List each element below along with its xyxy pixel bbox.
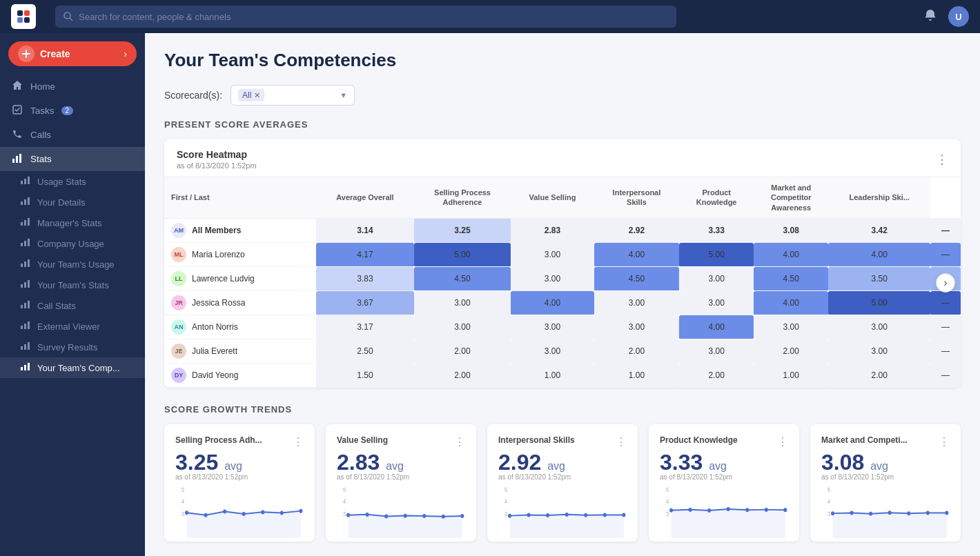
svg-rect-31: [21, 326, 23, 329]
trend-menu-icon[interactable]: ⋮: [616, 435, 627, 448]
notifications-icon[interactable]: [923, 8, 937, 26]
heatmap-title: Score Heatmap: [177, 149, 257, 160]
svg-text:3: 3: [666, 511, 669, 518]
sidebar-sub-team-usage[interactable]: Your Team's Usage: [0, 254, 145, 275]
sidebar-sub-call-stats[interactable]: Call Stats: [0, 295, 145, 316]
heatmap-menu-icon[interactable]: ⋮: [936, 152, 948, 167]
sidebar-sub-company-usage[interactable]: Company Usage: [0, 233, 145, 254]
svg-rect-15: [28, 197, 30, 205]
create-button[interactable]: Create ›: [8, 41, 137, 66]
sidebar-sub-managers-stats[interactable]: Manager's Stats: [0, 212, 145, 233]
sidebar-sub-team-stats[interactable]: Your Team's Stats: [0, 275, 145, 295]
stats-label: Stats: [30, 154, 52, 164]
logo: [11, 4, 36, 29]
sidebar-sub-survey-results[interactable]: Survey Results: [0, 337, 145, 357]
sidebar-item-tasks[interactable]: Tasks 2: [0, 99, 145, 123]
svg-rect-36: [28, 342, 30, 350]
cell-value: 1.00: [754, 364, 828, 388]
usage-stats-label: Usage Stats: [37, 177, 86, 187]
svg-rect-35: [24, 344, 26, 350]
trend-card-title: Market and Competi...: [821, 435, 908, 446]
svg-point-46: [299, 509, 302, 513]
svg-point-70: [669, 508, 673, 513]
svg-point-42: [223, 510, 226, 514]
call-stats-icon: [19, 300, 30, 311]
cell-value: 2.92: [594, 218, 679, 243]
trend-card-header: Value Selling ⋮: [337, 435, 465, 448]
survey-results-label: Survey Results: [37, 342, 97, 353]
cell-value: 1.00: [511, 364, 594, 388]
logo-box: [11, 4, 36, 29]
cell-last: —: [930, 315, 961, 339]
cell-overall: 3.14: [316, 218, 414, 243]
scorecard-filter[interactable]: All ✕ ▼: [231, 85, 355, 106]
sidebar-sub-team-comp[interactable]: Your Team's Comp...: [0, 357, 145, 378]
svg-point-66: [622, 513, 625, 517]
sidebar: Create › Home Tasks 2 Calls Sta: [0, 33, 145, 556]
cell-value: 3.42: [828, 218, 930, 243]
svg-rect-7: [12, 159, 14, 163]
trend-card-header: Market and Competi... ⋮: [821, 435, 950, 448]
trend-card: Market and Competi... ⋮ 3.08 avg as of 8…: [810, 424, 961, 542]
svg-point-85: [926, 511, 930, 515]
search-input[interactable]: [79, 12, 668, 22]
svg-rect-24: [28, 259, 30, 267]
cell-value: 3.00: [679, 291, 754, 315]
svg-rect-0: [17, 10, 23, 16]
cell-value: 4.00: [754, 291, 828, 315]
col-overall-header: Average Overall: [316, 177, 414, 218]
svg-point-43: [242, 512, 246, 516]
external-viewer-icon: [19, 321, 30, 332]
trend-menu-icon[interactable]: ⋮: [293, 435, 304, 448]
trend-menu-icon[interactable]: ⋮: [939, 435, 950, 448]
svg-point-50: [346, 513, 350, 517]
cell-value: 3.00: [594, 291, 679, 315]
heatmap-wrap: First / Last Average Overall Selling Pro…: [164, 177, 961, 388]
svg-point-54: [422, 514, 426, 518]
scroll-right-arrow[interactable]: ›: [936, 273, 955, 292]
sidebar-sub-usage-stats[interactable]: Usage Stats: [0, 171, 145, 192]
svg-point-64: [584, 513, 587, 517]
sidebar-item-calls[interactable]: Calls: [0, 123, 145, 147]
heatmap-card: Score Heatmap as of 8/13/2020 1:52pm ⋮ F…: [164, 139, 961, 388]
svg-point-75: [765, 508, 768, 512]
cell-value: 2.00: [828, 364, 930, 388]
section-trends-header: SCORE GROWTH TRENDS: [164, 404, 961, 415]
trend-avg-wrap: 3.25 avg: [175, 451, 304, 473]
col-interpersonal-header: InterpersonalSkills: [594, 177, 679, 218]
trend-menu-icon[interactable]: ⋮: [777, 435, 788, 448]
trend-date: as of 8/13/2020 1:52pm: [498, 473, 627, 481]
svg-point-56: [460, 514, 464, 518]
trend-menu-icon[interactable]: ⋮: [454, 435, 465, 448]
svg-rect-29: [24, 303, 26, 308]
sidebar-sub-external-viewer[interactable]: External Viewer: [0, 316, 145, 337]
cell-value: 3.50: [828, 267, 930, 291]
cell-value: 4.00: [511, 291, 594, 315]
svg-point-80: [831, 512, 834, 516]
sidebar-item-home[interactable]: Home: [0, 75, 145, 99]
team-usage-label: Your Team's Usage: [37, 259, 115, 270]
svg-rect-34: [21, 346, 23, 350]
svg-rect-21: [28, 239, 30, 246]
svg-rect-38: [24, 365, 26, 370]
svg-rect-28: [21, 305, 23, 308]
cell-value: 3.00: [679, 339, 754, 364]
cell-value: 5.00: [414, 243, 511, 267]
user-avatar[interactable]: U: [948, 6, 969, 27]
cell-overall: 3.67: [316, 291, 414, 315]
trend-date: as of 8/13/2020 1:52pm: [337, 473, 465, 481]
cell-overall: 2.50: [316, 339, 414, 364]
search-bar[interactable]: [55, 6, 676, 28]
filter-tag-remove[interactable]: ✕: [254, 91, 260, 100]
col-selling-process-header: Selling ProcessAdherence: [414, 177, 511, 218]
sidebar-item-stats[interactable]: Stats: [0, 147, 145, 171]
managers-stats-icon: [19, 217, 30, 228]
svg-text:5: 5: [182, 487, 185, 494]
survey-results-icon: [19, 341, 30, 353]
cell-last: —: [930, 291, 961, 315]
sidebar-sub-your-details[interactable]: Your Details: [0, 192, 145, 212]
heatmap-header-row: First / Last Average Overall Selling Pro…: [164, 177, 961, 218]
table-row: JE Julia Everett 2.502.003.002.003.002.0…: [164, 339, 961, 364]
cell-value: 3.33: [679, 218, 754, 243]
trend-date: as of 8/13/2020 1:52pm: [821, 473, 950, 481]
